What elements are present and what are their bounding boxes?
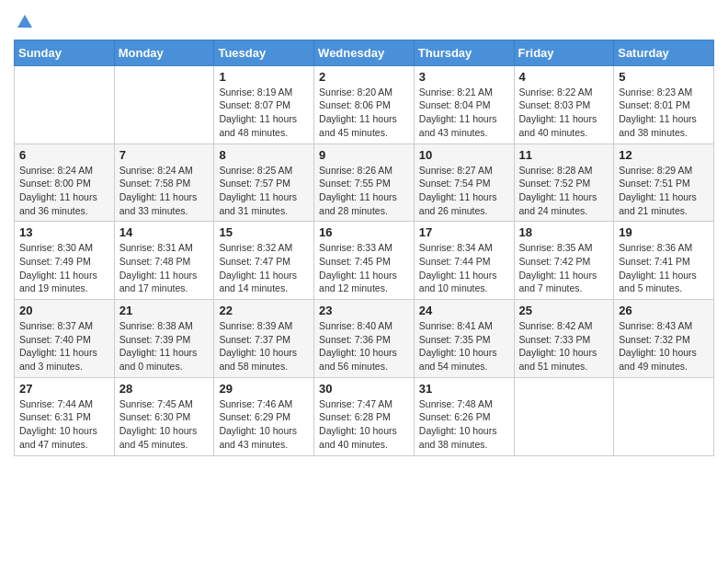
calendar-cell: 14Sunrise: 8:31 AMSunset: 7:48 PMDayligh…: [114, 222, 214, 300]
day-info: Sunrise: 8:34 AMSunset: 7:44 PMDaylight:…: [419, 241, 509, 295]
calendar-cell: 27Sunrise: 7:44 AMSunset: 6:31 PMDayligh…: [15, 377, 115, 455]
calendar-cell: 1Sunrise: 8:19 AMSunset: 8:07 PMDaylight…: [214, 65, 314, 144]
calendar-cell: 2Sunrise: 8:20 AMSunset: 8:06 PMDaylight…: [314, 65, 415, 144]
calendar-day-header: Saturday: [614, 40, 714, 65]
day-number: 20: [19, 304, 109, 317]
calendar-cell: 21Sunrise: 8:38 AMSunset: 7:39 PMDayligh…: [114, 300, 214, 378]
day-number: 2: [319, 70, 409, 84]
day-number: 21: [119, 304, 210, 317]
calendar-day-header: Tuesday: [214, 40, 314, 65]
day-info: Sunrise: 8:27 AMSunset: 7:54 PMDaylight:…: [419, 164, 509, 218]
calendar-cell: 12Sunrise: 8:29 AMSunset: 7:51 PMDayligh…: [614, 144, 714, 222]
calendar-cell: 25Sunrise: 8:42 AMSunset: 7:33 PMDayligh…: [514, 300, 614, 378]
day-number: 6: [19, 148, 109, 162]
day-number: 30: [319, 382, 409, 396]
day-info: Sunrise: 8:42 AMSunset: 7:33 PMDaylight:…: [519, 319, 609, 373]
day-number: 11: [519, 148, 609, 162]
calendar-cell: 11Sunrise: 8:28 AMSunset: 7:52 PMDayligh…: [514, 144, 614, 222]
calendar-cell: [114, 65, 214, 144]
calendar-cell: 26Sunrise: 8:43 AMSunset: 7:32 PMDayligh…: [614, 300, 714, 378]
calendar-cell: 18Sunrise: 8:35 AMSunset: 7:42 PMDayligh…: [514, 222, 614, 300]
calendar-week-row: 13Sunrise: 8:30 AMSunset: 7:49 PMDayligh…: [15, 222, 714, 300]
day-number: 12: [619, 148, 709, 162]
calendar-cell: 7Sunrise: 8:24 AMSunset: 7:58 PMDaylight…: [114, 144, 214, 222]
day-info: Sunrise: 7:47 AMSunset: 6:28 PMDaylight:…: [319, 397, 409, 452]
page-header: [14, 9, 714, 34]
day-info: Sunrise: 8:24 AMSunset: 8:00 PMDaylight:…: [19, 164, 109, 218]
day-number: 16: [319, 225, 409, 239]
calendar-cell: 24Sunrise: 8:41 AMSunset: 7:35 PMDayligh…: [414, 300, 514, 378]
day-info: Sunrise: 7:46 AMSunset: 6:29 PMDaylight:…: [219, 397, 309, 452]
calendar-cell: 20Sunrise: 8:37 AMSunset: 7:40 PMDayligh…: [15, 300, 115, 378]
calendar-cell: 17Sunrise: 8:34 AMSunset: 7:44 PMDayligh…: [414, 222, 514, 300]
day-number: 31: [419, 382, 509, 396]
calendar-cell: 4Sunrise: 8:22 AMSunset: 8:03 PMDaylight…: [514, 65, 614, 144]
day-info: Sunrise: 8:32 AMSunset: 7:47 PMDaylight:…: [219, 241, 309, 295]
calendar-cell: [15, 65, 115, 144]
day-info: Sunrise: 7:45 AMSunset: 6:30 PMDaylight:…: [119, 397, 210, 452]
day-info: Sunrise: 8:39 AMSunset: 7:37 PMDaylight:…: [219, 319, 309, 373]
day-info: Sunrise: 8:43 AMSunset: 7:32 PMDaylight:…: [619, 319, 709, 373]
day-info: Sunrise: 8:36 AMSunset: 7:41 PMDaylight:…: [619, 241, 709, 295]
calendar-day-header: Wednesday: [314, 40, 415, 65]
day-number: 3: [419, 70, 509, 84]
day-number: 15: [219, 225, 309, 239]
day-info: Sunrise: 8:24 AMSunset: 7:58 PMDaylight:…: [119, 164, 210, 218]
day-number: 4: [519, 70, 609, 84]
calendar-cell: 10Sunrise: 8:27 AMSunset: 7:54 PMDayligh…: [414, 144, 514, 222]
calendar-day-header: Friday: [514, 40, 614, 65]
day-info: Sunrise: 8:28 AMSunset: 7:52 PMDaylight:…: [519, 164, 609, 218]
day-number: 13: [19, 225, 109, 239]
day-number: 29: [219, 382, 309, 396]
calendar-table: SundayMondayTuesdayWednesdayThursdayFrid…: [14, 40, 714, 456]
calendar-cell: 8Sunrise: 8:25 AMSunset: 7:57 PMDaylight…: [214, 144, 314, 222]
day-info: Sunrise: 8:23 AMSunset: 8:01 PMDaylight:…: [619, 86, 709, 140]
calendar-cell: 22Sunrise: 8:39 AMSunset: 7:37 PMDayligh…: [214, 300, 314, 378]
day-number: 27: [19, 382, 109, 396]
day-info: Sunrise: 8:38 AMSunset: 7:39 PMDaylight:…: [119, 319, 210, 373]
day-info: Sunrise: 8:25 AMSunset: 7:57 PMDaylight:…: [219, 164, 309, 218]
calendar-week-row: 27Sunrise: 7:44 AMSunset: 6:31 PMDayligh…: [15, 377, 714, 455]
day-number: 18: [519, 225, 609, 239]
calendar-header-row: SundayMondayTuesdayWednesdayThursdayFrid…: [15, 40, 714, 65]
day-number: 28: [119, 382, 210, 396]
day-number: 19: [619, 225, 709, 239]
calendar-cell: [614, 377, 714, 455]
calendar-cell: 31Sunrise: 7:48 AMSunset: 6:26 PMDayligh…: [414, 377, 514, 455]
day-number: 17: [419, 225, 509, 239]
day-number: 14: [119, 225, 210, 239]
day-number: 9: [319, 148, 409, 162]
day-info: Sunrise: 8:20 AMSunset: 8:06 PMDaylight:…: [319, 86, 409, 140]
day-info: Sunrise: 8:29 AMSunset: 7:51 PMDaylight:…: [619, 164, 709, 218]
logo-icon: [17, 17, 33, 32]
calendar-cell: 16Sunrise: 8:33 AMSunset: 7:45 PMDayligh…: [314, 222, 415, 300]
day-number: 8: [219, 148, 309, 162]
day-info: Sunrise: 8:41 AMSunset: 7:35 PMDaylight:…: [419, 319, 509, 373]
day-info: Sunrise: 7:44 AMSunset: 6:31 PMDaylight:…: [19, 397, 109, 452]
calendar-cell: 15Sunrise: 8:32 AMSunset: 7:47 PMDayligh…: [214, 222, 314, 300]
day-info: Sunrise: 8:26 AMSunset: 7:55 PMDaylight:…: [319, 164, 409, 218]
calendar-week-row: 6Sunrise: 8:24 AMSunset: 8:00 PMDaylight…: [15, 144, 714, 222]
day-number: 23: [319, 304, 409, 317]
calendar-cell: 23Sunrise: 8:40 AMSunset: 7:36 PMDayligh…: [314, 300, 415, 378]
day-info: Sunrise: 8:37 AMSunset: 7:40 PMDaylight:…: [19, 319, 109, 373]
calendar-cell: 28Sunrise: 7:45 AMSunset: 6:30 PMDayligh…: [114, 377, 214, 455]
day-number: 5: [619, 70, 709, 84]
calendar-day-header: Sunday: [15, 40, 115, 65]
calendar-cell: 3Sunrise: 8:21 AMSunset: 8:04 PMDaylight…: [414, 65, 514, 144]
calendar-cell: 9Sunrise: 8:26 AMSunset: 7:55 PMDaylight…: [314, 144, 415, 222]
day-number: 22: [219, 304, 309, 317]
day-info: Sunrise: 8:22 AMSunset: 8:03 PMDaylight:…: [519, 86, 609, 140]
calendar-cell: 29Sunrise: 7:46 AMSunset: 6:29 PMDayligh…: [214, 377, 314, 455]
day-number: 1: [219, 70, 309, 84]
day-number: 25: [519, 304, 609, 317]
day-number: 24: [419, 304, 509, 317]
calendar-day-header: Thursday: [414, 40, 514, 65]
day-number: 10: [419, 148, 509, 162]
calendar-week-row: 20Sunrise: 8:37 AMSunset: 7:40 PMDayligh…: [15, 300, 714, 378]
logo: [14, 13, 33, 34]
day-info: Sunrise: 8:19 AMSunset: 8:07 PMDaylight:…: [219, 86, 309, 140]
day-info: Sunrise: 8:35 AMSunset: 7:42 PMDaylight:…: [519, 241, 609, 295]
day-info: Sunrise: 8:30 AMSunset: 7:49 PMDaylight:…: [19, 241, 109, 295]
calendar-cell: [514, 377, 614, 455]
